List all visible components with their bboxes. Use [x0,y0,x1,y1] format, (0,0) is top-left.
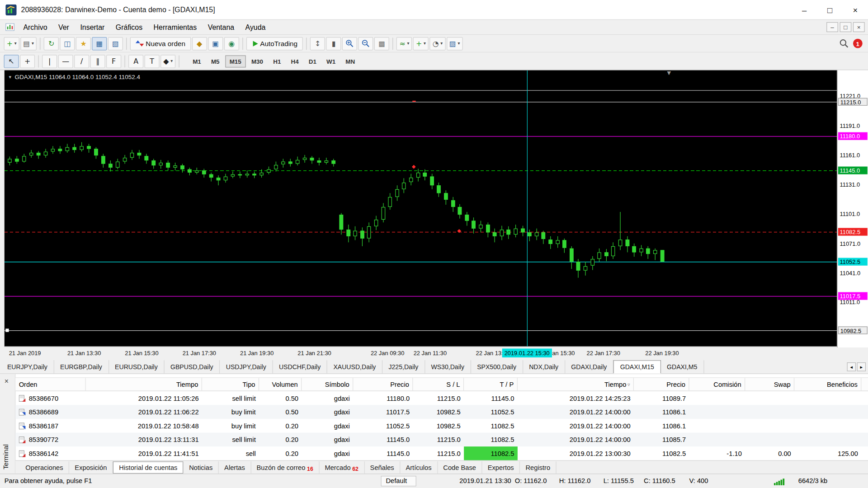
profiles-button[interactable]: ▤▾ [20,37,37,50]
timeframe-m15-button[interactable]: M15 [225,55,246,67]
timeframe-m1-button[interactable]: M1 [188,55,205,67]
menu-ver[interactable]: Ver [53,21,75,33]
symbol-tab-gbpusd-daily[interactable]: GBPUSD,Daily [164,360,220,373]
column-header-sl[interactable]: S / L [413,378,464,390]
refresh-button[interactable]: ↻ [44,37,59,50]
column-header-open_time[interactable]: Tiempo [86,378,202,390]
notification-badge[interactable]: 1 [853,39,863,48]
symbol-tab-j225-daily[interactable]: J225,Daily [382,360,425,373]
chart-shift-marker-icon[interactable]: ▼ [667,70,671,76]
trendline-button[interactable]: / [74,55,89,68]
terminal-tab-code-base[interactable]: Code Base [438,461,482,474]
new-chart-button[interactable]: +▾ [4,37,19,50]
symbol-tab-eurusd-daily[interactable]: EURUSD,Daily [109,360,165,373]
menu-insertar[interactable]: Insertar [75,21,110,33]
timeframe-m5-button[interactable]: M5 [207,55,224,67]
terminal-tab-buz-n-de-correo[interactable]: Buzón de correo16 [251,461,319,474]
add-indicator-button[interactable]: +▾ [413,37,429,50]
new-order-button[interactable]: Nueva orden [130,37,191,50]
menu-archivo[interactable]: Archivo [18,21,53,33]
column-header-volume[interactable]: Volumen [259,378,302,390]
tabs-scroll-right-button[interactable]: ▸ [857,362,866,371]
vertical-line-button[interactable]: | [42,55,57,68]
timeframe-h4-button[interactable]: H4 [287,55,303,67]
price-line-11180[interactable] [5,136,837,136]
price-line-11215[interactable] [5,102,837,102]
column-header-close_time[interactable]: Tiempo▿ [518,378,634,390]
column-header-price[interactable]: Precio [353,378,413,390]
price-line-11082.5[interactable] [5,232,837,232]
line-drag-handle[interactable] [5,328,9,332]
price-line-11017.5[interactable] [5,296,837,296]
symbol-tab-ws30-daily[interactable]: WS30,Daily [425,360,471,373]
expert-advisors-button[interactable]: ◆ [192,37,207,50]
arrows-button[interactable]: ◆▾ [160,55,175,68]
symbol-tab-gdaxi-daily[interactable]: GDAXI,Daily [565,360,613,373]
price-line-11052.5[interactable] [5,262,837,262]
mdi-restore-button[interactable]: □ [840,22,852,32]
candle-mode-button[interactable]: ▮ [326,37,341,50]
column-header-swap[interactable]: Swap [745,378,794,390]
symbol-tab-usdchf-daily[interactable]: USDCHF,Daily [273,360,327,373]
zoom-out-button[interactable] [359,37,373,50]
vertical-line-object[interactable] [527,70,528,347]
terminal-close-icon[interactable]: × [5,377,9,385]
symbol-tab-eurjpy-daily[interactable]: EURJPY,Daily [1,360,54,373]
symbol-tab-usdjpy-daily[interactable]: USDJPY,Daily [220,360,273,373]
fibonacci-button[interactable]: F [106,55,121,68]
maximize-button[interactable]: □ [817,0,842,20]
horizontal-line-button[interactable]: — [58,55,73,68]
search-icon[interactable] [839,39,849,48]
symbol-tab-xauusd-daily[interactable]: XAUUSD,Daily [327,360,382,373]
zoom-window-button[interactable]: ▧ [108,37,123,50]
autotrading-button[interactable]: AutoTrading [246,37,303,50]
symbol-tab-eurgbp-daily[interactable]: EURGBP,Daily [54,360,109,373]
history-row-85386689[interactable]: 853866892019.01.22 11:06:22buy limit0.50… [15,405,868,419]
cursor-button[interactable]: ↖ [4,55,19,68]
data-window-button[interactable]: ▦ [92,37,107,50]
column-header-tp[interactable]: T / P [464,378,518,390]
terminal-panel-button[interactable]: ▣ [208,37,223,50]
chart-plot[interactable]: ▾ GDAXI,M15 11064.0 11064.0 11052.4 1105… [5,70,837,347]
mdi-close-button[interactable]: × [853,22,865,32]
profile-selector[interactable]: Default [381,476,416,486]
column-header-order[interactable]: Orden [15,378,86,390]
templates-button[interactable]: ▨▾ [447,37,463,50]
minimize-button[interactable]: – [792,0,817,20]
close-button[interactable]: × [843,0,868,20]
label-button[interactable]: T [145,55,160,68]
channel-button[interactable]: ∥ [90,55,105,68]
timeframe-m30-button[interactable]: M30 [247,55,268,67]
terminal-tab-expertos[interactable]: Expertos [482,461,520,474]
terminal-tab-alertas[interactable]: Alertas [219,461,251,474]
history-row-85386142[interactable]: 853861422019.01.22 11:41:51sell0.20gdaxi… [15,446,868,460]
favorites-button[interactable]: ★ [76,37,91,50]
periods-button[interactable]: ◔▾ [430,37,446,50]
column-header-type[interactable]: Tipo [202,378,259,390]
strategy-tester-button[interactable]: ◉ [224,37,239,50]
menu-ventana[interactable]: Ventana [202,21,240,33]
mdi-minimize-button[interactable]: – [826,22,838,32]
symbol-tab-gdaxi-m5[interactable]: GDAXI,M5 [661,360,704,373]
price-line-10982.5[interactable] [5,330,837,331]
indicators-button[interactable]: ≈▾ [396,37,412,50]
tile-windows-button[interactable]: ▩ [374,37,389,50]
text-button[interactable]: A [128,55,143,68]
history-row-85390772[interactable]: 853907722019.01.22 13:11:31sell limit0.2… [15,433,868,447]
price-scale[interactable]: 11221.011191.011161.011131.011101.011071… [837,70,868,347]
terminal-tab-se-ales[interactable]: Señales [364,461,400,474]
terminal-tab-noticias[interactable]: Noticias [184,461,219,474]
tabs-scroll-left-button[interactable]: ◂ [847,362,856,371]
price-line-11227[interactable] [5,90,837,90]
column-header-close_price[interactable]: Precio [634,378,689,390]
menu-gr-ficos[interactable]: Gráficos [110,21,148,33]
history-row-85386670[interactable]: 853866702019.01.22 11:05:26sell limit0.5… [15,391,868,405]
bar-chart-mode-button[interactable]: ↕ [310,37,325,50]
terminal-tab-operaciones[interactable]: Operaciones [20,461,69,474]
symbol-tab-spx500-daily[interactable]: SPX500,Daily [471,360,523,373]
navigator-button[interactable]: ◫ [60,37,75,50]
symbol-tab-ndx-daily[interactable]: NDX,Daily [523,360,565,373]
timeframe-d1-button[interactable]: D1 [304,55,321,67]
terminal-tab-historial-de-cuentas[interactable]: Historial de cuentas [113,461,184,474]
timeframe-mn-button[interactable]: MN [341,55,359,67]
